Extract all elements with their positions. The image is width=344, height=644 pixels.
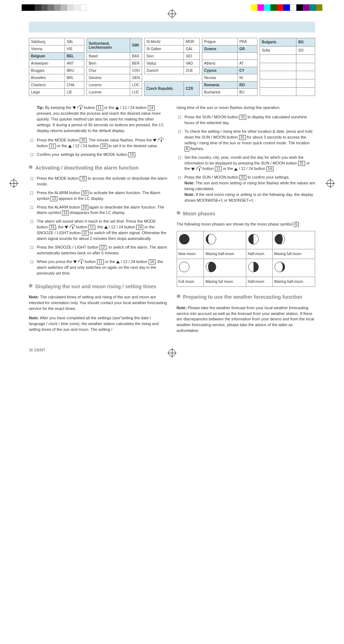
- list-item: Press the ALARM button 10 to activate th…: [29, 190, 168, 202]
- half-moon-icon: [248, 233, 259, 245]
- body-columns: Tip: By keeping the / button 11 or the /…: [29, 105, 315, 337]
- moon-label: Waxing half-moon: [204, 249, 246, 259]
- table-bulgaria: BulgariaBG SofiaSO: [260, 38, 315, 96]
- registration-mark-icon: [168, 349, 176, 356]
- down-triangle-icon: [73, 260, 77, 263]
- down-triangle-icon: [191, 168, 195, 171]
- moon-label: Half-moon: [246, 249, 272, 259]
- section-heading-weather: Preparing to use the weather forecasting…: [177, 293, 316, 301]
- sunmoon-list: Press the SUN / MOON button 31 to displa…: [177, 114, 316, 203]
- list-item: Press the SUN / MOON button 31 to confir…: [177, 175, 316, 203]
- up-triangle-icon: [68, 145, 72, 148]
- down-triangle-icon: [153, 139, 156, 142]
- waning-half-moon-icon: [274, 261, 286, 273]
- registration-mark-icon: [327, 180, 334, 187]
- list-item: The alarm will sound when it reach to th…: [29, 219, 168, 242]
- up-triangle-icon: [234, 168, 238, 171]
- list-item: Press the SNOOZE / LIGHT button 12, to s…: [29, 245, 168, 256]
- table-austria-belgium: SalzburgSAL ViennaVIE BelgiumBEL Antwerp…: [29, 38, 84, 96]
- down-triangle-icon: [65, 226, 68, 229]
- list-item: Confirm your settings by pressing the MO…: [29, 152, 168, 158]
- registration-mark-icon: [10, 180, 17, 187]
- color-bar-icon: [251, 4, 322, 11]
- section-heading-alarm: Activating / deactivating the alarm func…: [29, 164, 168, 171]
- radio-icon: [198, 167, 202, 171]
- continuation-paragraph: rising time of the sun or moon flashes d…: [177, 105, 316, 111]
- radio-icon: [80, 260, 84, 264]
- location-tables: SalzburgSAL ViennaVIE BelgiumBEL Antwerp…: [29, 38, 315, 96]
- registration-mark-icon: [168, 10, 176, 17]
- note-paragraph: Note: After you have completed all the s…: [29, 315, 168, 333]
- instruction-list: Press the MODE button 15. The minute val…: [29, 137, 168, 158]
- moon-label: New moon: [177, 249, 204, 259]
- alarm-list: Press the MODE button 15 to access the a…: [29, 176, 168, 276]
- right-column: rising time of the sun or moon flashes d…: [177, 105, 316, 337]
- left-column: Tip: By keeping the / button 11 or the /…: [29, 105, 168, 337]
- note-paragraph: Note: The calculated times of setting an…: [29, 294, 168, 312]
- svg-point-5: [179, 262, 189, 272]
- down-triangle-icon: [72, 106, 76, 109]
- half-moon-icon: [248, 261, 259, 273]
- waning-full-moon-icon: [205, 261, 217, 273]
- waxing-half-moon-icon: [205, 233, 217, 245]
- table-switzerland: Switzerland, LiechtensteinSWI BaselBAS B…: [87, 38, 142, 96]
- moon-intro: The following moon phases are shown by t…: [177, 222, 316, 227]
- section-heading-sunmoon: Displaying the sun and moon rising / set…: [29, 283, 168, 290]
- list-item: Press the MODE button 15. The minute val…: [29, 137, 168, 149]
- list-item: Set the country, city, year, month and t…: [177, 155, 316, 172]
- list-item: Press the SUN / MOON button 31 to displa…: [177, 114, 316, 126]
- radio-icon: [160, 139, 163, 142]
- tip-paragraph: Tip: By keeping the / button 11 or the /…: [29, 105, 168, 134]
- svg-point-1: [183, 234, 186, 244]
- header-band: [29, 22, 315, 32]
- moon-label: Waning full moon: [204, 277, 246, 287]
- table-swiss-czech: St MoritzMOR St GallenGAL SionSIO VaduzV…: [144, 38, 200, 96]
- moon-label: Waxing full moon: [272, 249, 315, 259]
- moon-label: Full moon: [177, 277, 204, 287]
- moon-label: Waning half-moon: [272, 277, 315, 287]
- up-triangle-icon: [115, 106, 119, 109]
- list-item: When you press the / button 11 or the / …: [29, 259, 168, 276]
- section-heading-moon: Moon phases: [177, 210, 316, 217]
- weather-note: Note: Please take the weather forecast f…: [177, 305, 316, 334]
- moon-phase-table: New moon Waxing half-moon Half-moon Waxi…: [177, 231, 316, 287]
- full-moon-icon: [178, 261, 190, 273]
- list-item: To check the setting / rising time for o…: [177, 129, 316, 152]
- color-bar-icon: [22, 4, 87, 11]
- page: SalzburgSAL ViennaVIE BelgiumBEL Antwerp…: [0, 0, 344, 367]
- waxing-full-moon-icon: [274, 233, 286, 245]
- radio-icon: [71, 225, 75, 229]
- list-item: Press the MODE button 15 to access the a…: [29, 176, 168, 187]
- new-moon-icon: [178, 233, 190, 245]
- table-gr-cy-ro: PraguePRA GreeceGR AthensAT CyprusCY Nic…: [202, 38, 257, 96]
- up-triangle-icon: [104, 226, 108, 229]
- list-item: Press the ALARM button 10 again to deact…: [29, 205, 168, 216]
- radio-icon: [79, 106, 83, 110]
- up-triangle-icon: [116, 260, 120, 263]
- moon-label: Half-moon: [246, 277, 272, 287]
